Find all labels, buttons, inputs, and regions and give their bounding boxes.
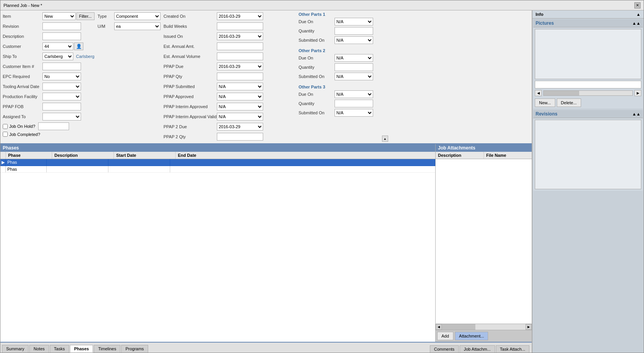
item-label: Item: [3, 14, 41, 19]
pictures-title: Pictures: [536, 20, 554, 26]
op3-submitted-on-select[interactable]: N/A: [335, 109, 373, 117]
op1-submitted-on-select[interactable]: N/A: [335, 36, 373, 44]
tab-notes[interactable]: Notes: [29, 345, 49, 353]
pictures-collapse-btn[interactable]: ▲▲: [632, 21, 641, 25]
revision-input[interactable]: [42, 22, 81, 30]
tab-tasks[interactable]: Tasks: [50, 345, 69, 353]
pictures-thumb-input[interactable]: [535, 81, 641, 88]
ppap2-due-select[interactable]: 2016-03-29: [217, 123, 263, 131]
tab-programs[interactable]: Programs: [121, 345, 148, 353]
op3-due-on-row: Due On N/A: [299, 90, 388, 98]
op2-quantity-row: Quantity: [299, 63, 388, 71]
ppap-submitted-select[interactable]: N/A: [217, 83, 263, 90]
att-scroll-left[interactable]: ◀: [436, 324, 442, 330]
ppap-interim-valid-label: PPAP Interim Approval Valid Until: [164, 114, 216, 119]
phases-col-phase: Phase: [6, 152, 52, 159]
revisions-collapse-btn[interactable]: ▲▲: [632, 112, 641, 116]
customer-item-input[interactable]: [42, 63, 81, 70]
type-select[interactable]: Component: [114, 12, 161, 20]
est-annual-amt-input[interactable]: [217, 42, 263, 50]
ppap-qty-row: PPAP Qty: [164, 72, 296, 81]
scroll-up-btn[interactable]: ▲: [382, 136, 388, 142]
table-row[interactable]: Phas: [0, 166, 435, 173]
tab-phases[interactable]: Phases: [70, 345, 93, 353]
job-on-hold-checkbox[interactable]: [3, 124, 8, 129]
ppap-interim-valid-select[interactable]: N/A: [217, 113, 263, 120]
customer-search-button[interactable]: 👤: [74, 42, 83, 50]
est-annual-volume-input[interactable]: [217, 53, 263, 60]
tab-comments[interactable]: Comments: [430, 345, 459, 353]
op3-quantity-input[interactable]: [335, 100, 373, 107]
op1-due-on-select[interactable]: N/A: [335, 18, 373, 25]
op2-due-on-label: Due On: [299, 56, 333, 60]
ship-to-select[interactable]: Carlsberg: [42, 53, 73, 60]
pictures-thumb-area: [533, 81, 643, 90]
tab-task-attach[interactable]: Task Attach...: [496, 345, 529, 353]
item-select[interactable]: New: [42, 12, 76, 20]
issued-on-select[interactable]: 2016-03-29: [217, 32, 263, 40]
tab-timelines[interactable]: Timelines: [94, 345, 120, 353]
info-collapse-btn[interactable]: ▲: [636, 12, 641, 17]
ppap-approved-label: PPAP Approved: [164, 94, 216, 99]
tooling-arrival-select[interactable]: [42, 83, 81, 90]
op3-due-on-select[interactable]: N/A: [335, 90, 373, 98]
production-facility-select[interactable]: [42, 93, 81, 100]
revision-label: Revision: [3, 24, 41, 29]
ppap-approved-select[interactable]: N/A: [217, 93, 263, 100]
pictures-new-btn[interactable]: New...: [535, 98, 555, 107]
job-completed-checkbox[interactable]: [3, 132, 8, 137]
job-attachments-panel: Job Attachments Description File Name ◀: [435, 144, 532, 342]
att-scroll-track: [442, 324, 526, 330]
filter-button[interactable]: Filter...: [76, 12, 95, 20]
att-scroll-right[interactable]: ▶: [526, 324, 532, 330]
ppap-fob-input[interactable]: [42, 103, 81, 110]
main-window: Planned Job - New * ✕ Item New Filter...: [0, 0, 644, 353]
ship-to-link[interactable]: Carlsberg: [76, 54, 95, 59]
pictures-delete-btn[interactable]: Delete...: [557, 98, 581, 107]
op2-submitted-on-label: Submitted On: [299, 74, 333, 79]
tab-summary[interactable]: Summary: [2, 345, 29, 353]
tab-job-attachm[interactable]: Job Attachm...: [460, 345, 495, 353]
ppap2-due-row: PPAP 2 Due 2016-03-29: [164, 122, 296, 131]
start-date-cell-2: [108, 166, 170, 173]
ppap-qty-label: PPAP Qty: [164, 74, 216, 79]
pictures-prev-btn[interactable]: ◀: [535, 90, 542, 96]
assigned-to-select[interactable]: [42, 113, 81, 120]
op2-due-on-select[interactable]: N/A: [335, 54, 373, 62]
phases-header: Phases: [0, 144, 435, 152]
op1-due-on-row: Due On N/A: [299, 17, 388, 26]
add-button[interactable]: Add: [437, 332, 453, 340]
op3-quantity-label: Quantity: [299, 101, 333, 106]
pictures-next-btn[interactable]: ▶: [634, 90, 641, 96]
phases-rows-area: ▶ Phas Phas: [0, 159, 435, 342]
production-facility-label: Production Facility: [3, 94, 41, 99]
created-on-select[interactable]: 2016-03-29: [217, 12, 263, 20]
ppap-due-select[interactable]: 2016-03-29: [217, 63, 263, 70]
op3-submitted-on-row: Submitted On N/A: [299, 109, 388, 117]
description-input[interactable]: [42, 32, 81, 40]
op1-submitted-on-row: Submitted On N/A: [299, 36, 388, 44]
ppap-qty-input[interactable]: [217, 73, 263, 80]
issued-on-label: Issued On: [164, 34, 216, 39]
build-weeks-label: Build Weeks: [164, 24, 216, 29]
op1-quantity-input[interactable]: [335, 27, 373, 35]
ppap-interim-approved-select[interactable]: N/A: [217, 103, 263, 110]
info-title: Info: [536, 12, 543, 17]
job-on-hold-input[interactable]: [38, 122, 69, 130]
um-select[interactable]: ea: [114, 22, 161, 30]
att-col-filename: File Name: [484, 152, 532, 159]
ppap2-qty-input[interactable]: [217, 133, 263, 141]
epc-required-select[interactable]: No: [42, 73, 81, 80]
table-row[interactable]: ▶ Phas: [0, 159, 435, 166]
phases-header-arrow-spacer: [0, 152, 6, 159]
op2-quantity-input[interactable]: [335, 63, 373, 71]
op2-submitted-on-select[interactable]: N/A: [335, 73, 373, 80]
assigned-to-label: Assigned To: [3, 114, 41, 119]
window-title: Planned Job - New *: [3, 3, 42, 8]
close-button[interactable]: ✕: [634, 2, 641, 8]
est-annual-amt-label: Est. Annual Amt.: [164, 44, 216, 49]
attachment-button[interactable]: Attachment...: [455, 332, 488, 340]
customer-select[interactable]: 44: [42, 42, 73, 50]
build-weeks-input[interactable]: [217, 22, 263, 30]
ppap-due-label: PPAP Due: [164, 64, 216, 69]
